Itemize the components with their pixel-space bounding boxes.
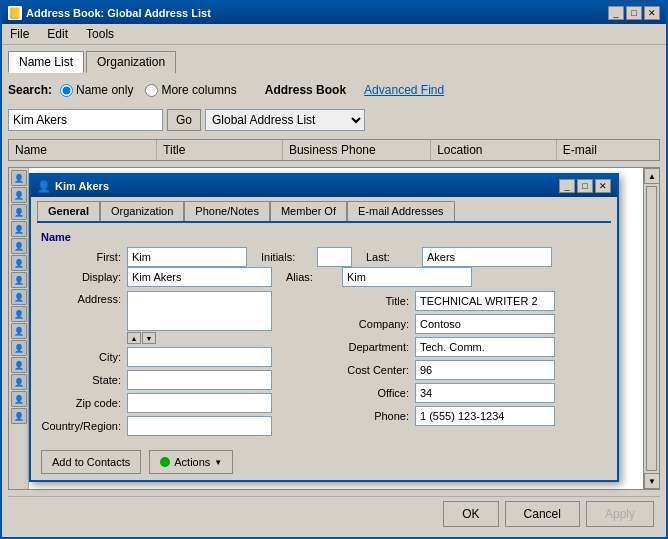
zip-input[interactable] [127, 393, 272, 413]
main-bottom-buttons: OK Cancel Apply [8, 496, 660, 531]
country-input[interactable] [127, 416, 272, 436]
side-icon-12: 👤 [11, 357, 27, 373]
menu-tools[interactable]: Tools [82, 26, 118, 42]
left-column: Address: ▲ ▼ City: [41, 291, 319, 436]
dialog-tab-organization[interactable]: Organization [100, 201, 184, 221]
advanced-find-link[interactable]: Advanced Find [364, 83, 444, 97]
display-label: Display: [41, 271, 121, 283]
alias-label: Alias: [286, 271, 336, 283]
department-row: Department: [329, 337, 607, 357]
menu-edit[interactable]: Edit [43, 26, 72, 42]
dialog-tab-phone-notes[interactable]: Phone/Notes [184, 201, 270, 221]
close-button[interactable]: ✕ [644, 6, 660, 20]
side-icon-14: 👤 [11, 391, 27, 407]
company-input[interactable] [415, 314, 555, 334]
address-book-icon: 📒 [8, 6, 22, 20]
title-input[interactable] [415, 291, 555, 311]
side-icon-5: 👤 [11, 238, 27, 254]
dialog-close-button[interactable]: ✕ [595, 179, 611, 193]
city-input[interactable] [127, 347, 272, 367]
cost-center-label: Cost Center: [329, 364, 409, 376]
state-label: State: [41, 374, 121, 386]
address-scroll-up[interactable]: ▲ [127, 332, 141, 344]
address-textarea[interactable] [127, 291, 272, 331]
dialog-bottom: Add to Contacts Actions ▼ [31, 444, 617, 480]
cancel-button[interactable]: Cancel [505, 501, 580, 527]
title-bar: 📒 Address Book: Global Address List _ □ … [2, 2, 666, 24]
first-input[interactable] [127, 247, 247, 267]
dialog-tab-member-of[interactable]: Member Of [270, 201, 347, 221]
dialog-minimize-button[interactable]: _ [559, 179, 575, 193]
list-area: 👤 👤 👤 👤 👤 👤 👤 👤 👤 👤 👤 👤 👤 👤 👤 [8, 167, 660, 490]
col-email: E-mail [557, 140, 659, 160]
office-label: Office: [329, 387, 409, 399]
address-scroll-down[interactable]: ▼ [142, 332, 156, 344]
add-to-contacts-button[interactable]: Add to Contacts [41, 450, 141, 474]
minimize-button[interactable]: _ [608, 6, 624, 20]
scroll-up-button[interactable]: ▲ [644, 168, 660, 184]
last-input[interactable] [422, 247, 552, 267]
radio-name-only-label: Name only [76, 83, 133, 97]
dialog-tab-email-addresses[interactable]: E-mail Addresses [347, 201, 455, 221]
search-input-row: Go Global Address List [8, 109, 660, 131]
state-input[interactable] [127, 370, 272, 390]
cost-center-input[interactable] [415, 360, 555, 380]
phone-row: Phone: [329, 406, 607, 426]
radio-name-only-input[interactable] [60, 84, 73, 97]
tab-name-list[interactable]: Name List [8, 51, 84, 73]
side-icon-11: 👤 [11, 340, 27, 356]
side-icon-8: 👤 [11, 289, 27, 305]
main-window: 📒 Address Book: Global Address List _ □ … [0, 0, 668, 539]
scroll-thumb[interactable] [646, 186, 657, 471]
side-icon-15: 👤 [11, 408, 27, 424]
col-name: Name [9, 140, 157, 160]
search-input[interactable] [8, 109, 163, 131]
maximize-button[interactable]: □ [626, 6, 642, 20]
search-label: Search: [8, 83, 52, 97]
menu-file[interactable]: File [6, 26, 33, 42]
ok-button[interactable]: OK [443, 501, 498, 527]
radio-name-only[interactable]: Name only [60, 83, 133, 97]
address-row: Address: ▲ ▼ [41, 291, 319, 344]
last-label: Last: [366, 251, 416, 263]
country-label: Country/Region: [41, 420, 121, 432]
city-row: City: [41, 347, 319, 367]
col-title: Title [157, 140, 283, 160]
actions-dropdown-icon: ▼ [214, 458, 222, 467]
display-row: Display: Alias: [41, 267, 607, 287]
tab-organization[interactable]: Organization [86, 51, 176, 73]
section-name-label: Name [41, 231, 607, 243]
content-area: Name List Organization Search: Name only… [2, 45, 666, 537]
dialog-person-icon: 👤 [37, 180, 51, 193]
display-input[interactable] [127, 267, 272, 287]
title-bar-left: 📒 Address Book: Global Address List [8, 6, 211, 20]
side-icon-2: 👤 [11, 187, 27, 203]
radio-more-columns[interactable]: More columns [145, 83, 236, 97]
cost-center-row: Cost Center: [329, 360, 607, 380]
address-input-group: ▲ ▼ [127, 291, 272, 344]
address-label: Address: [41, 293, 121, 305]
dialog-title-bar: 👤 Kim Akers _ □ ✕ [31, 175, 617, 197]
col-business-phone: Business Phone [283, 140, 431, 160]
dialog-tab-bar: General Organization Phone/Notes Member … [31, 197, 617, 221]
scroll-down-button[interactable]: ▼ [644, 473, 660, 489]
radio-more-columns-input[interactable] [145, 84, 158, 97]
go-button[interactable]: Go [167, 109, 201, 131]
two-col-section: Address: ▲ ▼ City: [41, 291, 607, 436]
alias-input[interactable] [342, 267, 472, 287]
col-location: Location [431, 140, 557, 160]
dialog-maximize-button[interactable]: □ [577, 179, 593, 193]
side-icon-13: 👤 [11, 374, 27, 390]
zip-label: Zip code: [41, 397, 121, 409]
address-scroll-btns: ▲ ▼ [127, 332, 272, 344]
address-book-dropdown[interactable]: Global Address List [205, 109, 365, 131]
department-input[interactable] [415, 337, 555, 357]
actions-button[interactable]: Actions ▼ [149, 450, 233, 474]
office-input[interactable] [415, 383, 555, 403]
phone-input[interactable] [415, 406, 555, 426]
side-icon-7: 👤 [11, 272, 27, 288]
dialog-tab-general[interactable]: General [37, 201, 100, 221]
apply-button[interactable]: Apply [586, 501, 654, 527]
initials-input[interactable] [317, 247, 352, 267]
dialog-title-label: Kim Akers [55, 180, 109, 192]
